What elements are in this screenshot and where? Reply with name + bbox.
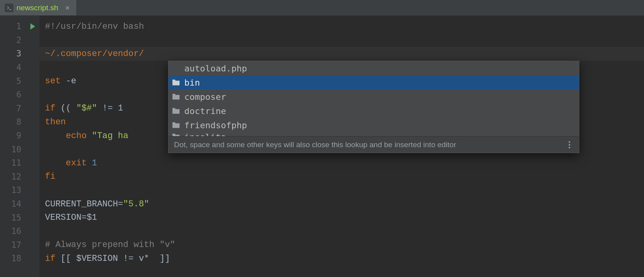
exit-code: 1 <box>92 158 97 168</box>
gutter-row[interactable]: 12 <box>0 170 39 184</box>
line-number: 1 <box>16 22 21 31</box>
kw-set: set <box>45 76 61 86</box>
line-number: 13 <box>11 185 21 195</box>
var-current-branch: CURRENT_BRANCH <box>45 199 118 209</box>
gutter-row[interactable]: 6 <box>0 88 39 102</box>
gutter-row[interactable]: 1 <box>0 20 39 34</box>
gutter-row[interactable]: 8 <box>0 115 39 129</box>
line-number: 18 <box>11 254 21 263</box>
editor-gutter: 123456789101112131415161718 <box>0 16 39 277</box>
indent <box>45 158 66 168</box>
code-completion-popup: autoload.phpbincomposerdoctrinefriendsof… <box>168 61 579 153</box>
line-number: 12 <box>11 172 21 182</box>
code-line <box>39 225 644 238</box>
line-number: 5 <box>16 77 21 86</box>
shebang-prefix: #! <box>45 22 55 32</box>
kw-if: if <box>45 103 61 113</box>
line-number: 2 <box>16 36 21 45</box>
code-area[interactable]: #!/usr/bin/env bash ~/.composer/vendor/ … <box>39 16 644 277</box>
gutter-row[interactable]: 17 <box>0 238 39 252</box>
var-version: VERSION <box>45 213 81 223</box>
line-number: 4 <box>16 63 21 72</box>
tab-close-icon[interactable] <box>64 4 71 11</box>
if2-var: $VERSION <box>76 254 118 264</box>
kw-exit: exit <box>66 158 87 168</box>
gutter-row[interactable]: 15 <box>0 211 39 225</box>
file-icon <box>172 64 180 73</box>
folder-icon <box>172 121 180 129</box>
code-line: VERSION=$1 <box>39 211 644 225</box>
code-line: if [[ $VERSION != v* ]] <box>39 252 644 266</box>
line-number: 7 <box>16 104 21 113</box>
folder-icon <box>172 78 180 87</box>
completion-item[interactable]: friendsofphp <box>168 118 579 132</box>
completion-item-label: friendsofphp <box>184 120 574 130</box>
completion-item[interactable]: doctrine <box>168 104 579 118</box>
completion-item[interactable]: autoload.php <box>168 61 579 75</box>
gutter-row[interactable]: 7 <box>0 102 39 116</box>
gutter-row[interactable]: 14 <box>0 197 39 211</box>
folder-icon <box>172 132 180 136</box>
completion-item[interactable]: bin <box>168 75 579 90</box>
gutter-row[interactable]: 18 <box>0 252 39 266</box>
completion-item[interactable]: composer <box>168 90 579 104</box>
ver-value: $1 <box>87 213 97 223</box>
line-number: 8 <box>16 117 21 127</box>
kw-fi: fi <box>45 172 55 182</box>
code-line: # Always prepend with "v" <box>39 238 644 252</box>
if-cond-pre: (( <box>61 103 77 113</box>
gutter-row[interactable]: 9 <box>0 129 39 143</box>
if2-rest: != v* ]] <box>118 254 170 264</box>
code-line: CURRENT_BRANCH="5.8" <box>39 197 644 211</box>
completion-item[interactable]: insolita <box>168 132 579 136</box>
code-editor: 123456789101112131415161718 #!/usr/bin/e… <box>0 16 644 277</box>
completion-item-label: bin <box>184 78 574 88</box>
space <box>55 254 60 264</box>
shell-file-icon <box>5 4 13 12</box>
line-number: 10 <box>11 145 21 154</box>
if-cond-var: "$#" <box>76 103 97 113</box>
completion-item-label: insolita <box>184 132 574 136</box>
completion-item-label: composer <box>184 92 574 102</box>
gutter-row[interactable]: 16 <box>0 225 39 238</box>
code-line: #!/usr/bin/env bash <box>39 20 644 34</box>
code-line: exit 1 <box>39 156 644 170</box>
line-number: 14 <box>11 199 21 209</box>
completion-hint-text: Dot, space and some other keys will also… <box>174 140 565 149</box>
cb-value: "5.8" <box>123 199 149 209</box>
folder-icon <box>172 107 180 115</box>
run-gutter-icon[interactable] <box>29 23 36 30</box>
code-line <box>39 183 644 197</box>
shebang-path: /usr/bin/env bash <box>55 22 144 32</box>
indent <box>45 131 66 141</box>
editor-tabbar: newscript.sh <box>0 0 644 16</box>
eq: = <box>118 199 123 209</box>
dbracket-open: [[ <box>61 254 77 264</box>
more-vertical-icon[interactable] <box>565 141 573 148</box>
line-number: 11 <box>11 158 21 168</box>
completion-item-label: doctrine <box>184 106 574 116</box>
echo-string: "Tag ha <box>92 131 128 141</box>
completion-list[interactable]: autoload.phpbincomposerdoctrinefriendsof… <box>168 61 579 136</box>
gutter-row[interactable]: 3 <box>0 47 39 61</box>
line-number: 6 <box>16 90 21 99</box>
eq: = <box>81 213 86 223</box>
gutter-row[interactable]: 4 <box>0 61 39 75</box>
gutter-row[interactable]: 10 <box>0 142 39 156</box>
tab-filename: newscript.sh <box>17 4 58 12</box>
set-flag: -e <box>66 76 76 86</box>
line-number: 3 <box>16 49 21 58</box>
line-number: 15 <box>11 213 21 223</box>
gutter-row[interactable]: 13 <box>0 183 39 197</box>
editor-tab[interactable]: newscript.sh <box>0 0 77 15</box>
code-line <box>39 34 644 47</box>
kw-then: then <box>45 117 66 127</box>
gutter-row[interactable]: 11 <box>0 156 39 170</box>
space <box>87 158 92 168</box>
line-number: 16 <box>11 226 21 236</box>
gutter-row[interactable]: 2 <box>0 34 39 47</box>
line-number: 9 <box>16 131 21 140</box>
gutter-row[interactable]: 5 <box>0 74 39 88</box>
if-cond-post: != 1 <box>97 103 128 113</box>
line-number: 17 <box>11 240 21 250</box>
